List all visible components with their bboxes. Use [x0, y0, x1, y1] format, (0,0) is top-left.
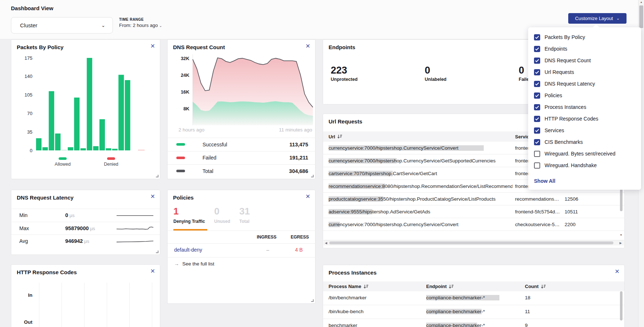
scroll-down-arrow-icon[interactable]: ▼: [620, 233, 623, 237]
menu-item-dns-request-count[interactable]: DNS Request Count: [534, 56, 641, 64]
card-process-instances: Process Instances ✕ Process Name Endpoin…: [323, 265, 625, 327]
highlighted-text: compliance-benchmarker: [426, 309, 482, 314]
process-table-row[interactable]: /bin/benchmarkercompliance-benchmarker-*…: [323, 291, 624, 305]
scroll-up-arrow-icon[interactable]: ▲: [639, 1, 644, 3]
column-header-process-name[interactable]: Process Name: [329, 284, 368, 289]
policy-name-link[interactable]: default-deny: [174, 247, 202, 253]
sort-icon[interactable]: [449, 284, 453, 289]
packets-bar-chart: 03570105140175AllowedDenied: [11, 54, 161, 177]
resize-handle-icon[interactable]: [311, 175, 314, 177]
menu-item-policies[interactable]: Policies: [534, 91, 641, 99]
card-title: Endpoints: [329, 44, 355, 50]
latency-unit: µs: [89, 226, 95, 231]
column-header-ingress: INGRESS: [257, 235, 276, 240]
show-all-link[interactable]: Show All: [534, 178, 555, 184]
divider: [168, 257, 316, 257]
checkbox-unchecked-icon[interactable]: [534, 162, 540, 169]
customize-layout-button[interactable]: Customize Layout ⌄: [568, 13, 627, 24]
column-header-url[interactable]: Url: [329, 134, 342, 139]
resize-handle-icon[interactable]: [156, 251, 158, 253]
menu-item-services[interactable]: Services: [534, 126, 641, 134]
checkbox-checked-icon[interactable]: [534, 104, 540, 110]
checkbox-checked-icon[interactable]: [534, 139, 540, 145]
grid-line: [152, 283, 152, 327]
close-icon[interactable]: ✕: [615, 268, 620, 275]
cluster-selector[interactable]: Cluster ⌄: [11, 17, 113, 34]
legend-value: 113,475: [289, 142, 308, 147]
legend-row: Successful113,475: [168, 138, 316, 151]
process-table-body: /bin/benchmarkercompliance-benchmarker-*…: [323, 291, 624, 327]
menu-item-url-requests[interactable]: Url Requests: [534, 68, 641, 76]
scroll-left-arrow-icon[interactable]: ◀: [325, 241, 327, 245]
checkbox-unchecked-icon[interactable]: [534, 151, 540, 157]
see-full-list-link[interactable]: → See the full list: [174, 261, 214, 267]
checkbox-checked-icon[interactable]: [534, 46, 540, 52]
menu-item-http-response-codes[interactable]: HTTP Response Codes: [534, 115, 641, 123]
grid-line: [129, 283, 130, 327]
process-table-row[interactable]: benchmarkercompliance-benchmarker-*9: [323, 319, 624, 327]
menu-item-wireguard-handshake[interactable]: Wireguard. Handshake: [534, 161, 641, 169]
svg-text:24K: 24K: [181, 72, 189, 78]
sort-icon[interactable]: [337, 134, 342, 139]
menu-item-packets-by-policy[interactable]: Packets By Policy: [534, 33, 641, 41]
checkbox-checked-icon[interactable]: [534, 58, 540, 64]
checkbox-checked-icon[interactable]: [534, 69, 540, 75]
menu-item-dns-request-latency[interactable]: DNS Request Latency: [534, 80, 641, 88]
checkbox-checked-icon[interactable]: [534, 81, 540, 87]
resize-handle-icon[interactable]: [156, 175, 158, 177]
close-icon[interactable]: ✕: [306, 43, 310, 50]
policy-egress-value: 4 B: [295, 247, 303, 253]
menu-item-label: CIS Benchmarks: [545, 139, 583, 145]
svg-text:175: 175: [24, 55, 32, 61]
count-cell: 11: [525, 309, 530, 314]
menu-item-wireguard-bytes-sent-received[interactable]: Wireguard. Bytes sent/received: [534, 150, 641, 158]
legend-name: Successful: [203, 142, 227, 147]
page-scrollbar-thumb[interactable]: [639, 5, 643, 28]
table-horizontal-scrollbar[interactable]: ◀ ▶: [323, 240, 624, 245]
table-vertical-scrollbar[interactable]: [620, 291, 623, 320]
close-icon[interactable]: ✕: [150, 43, 155, 50]
sort-icon[interactable]: [541, 284, 546, 289]
sort-icon[interactable]: [364, 284, 368, 289]
stat-value: 223: [331, 65, 358, 75]
column-header-endpoint[interactable]: Endpoint: [426, 284, 453, 289]
policies-tab-denying-traffic[interactable]: 1Denying Traffic: [173, 206, 205, 224]
url-table-row[interactable]: productcatalogservice:3550/hipstershop.P…: [323, 193, 624, 205]
time-range-value[interactable]: From: 2 hours ago ⌄: [119, 23, 162, 28]
count-cell: 12506: [565, 196, 594, 202]
policies-tab-unused[interactable]: 0Unused: [214, 206, 230, 224]
process-table-row[interactable]: /bin/kube-benchcompliance-benchmarker-*1…: [323, 305, 624, 319]
legend-value: 191,211: [289, 155, 308, 161]
legend-swatch: [176, 143, 185, 146]
url-cell: adservice:9555/hipstershop.AdService/Get…: [329, 209, 513, 214]
checkbox-checked-icon[interactable]: [534, 92, 540, 99]
page-title: Dashboard View: [11, 5, 53, 11]
menu-item-cis-benchmarks[interactable]: CIS Benchmarks: [534, 138, 641, 146]
latency-unit: µs: [68, 213, 75, 218]
latency-row: Min0 µs: [11, 209, 160, 222]
count-cell: 2200: [565, 222, 594, 227]
checkbox-checked-icon[interactable]: [534, 34, 540, 40]
column-header-count[interactable]: Count: [525, 284, 546, 289]
horizontal-scrollbar-thumb[interactable]: [329, 241, 613, 244]
service-cell: frontend-5fc5754db…: [515, 209, 562, 214]
close-icon[interactable]: ✕: [306, 193, 310, 200]
chevron-down-icon: ⌄: [616, 16, 620, 21]
menu-item-process-instances[interactable]: Process Instances: [534, 103, 641, 111]
url-table-row[interactable]: adservice:9555/hipstershop.AdService/Get…: [323, 205, 624, 218]
latency-value: 95879000 µs: [65, 225, 95, 231]
checkbox-checked-icon[interactable]: [534, 127, 540, 134]
checkbox-checked-icon[interactable]: [534, 116, 540, 122]
url-table-row[interactable]: currencyservice:7000/hipstershop.Currenc…: [323, 218, 624, 231]
policy-row[interactable]: default-deny – 4 B: [168, 243, 316, 257]
grid-line: [39, 283, 39, 327]
close-icon[interactable]: ✕: [150, 193, 155, 200]
legend-row: Total304,686: [168, 164, 316, 178]
time-range[interactable]: TIME RANGE From: 2 hours ago ⌄: [119, 17, 162, 28]
policies-tab-total[interactable]: 31Total: [239, 206, 250, 224]
latency-row: Avg946942 µs: [11, 235, 160, 248]
scroll-right-arrow-icon[interactable]: ▶: [620, 241, 622, 245]
close-icon[interactable]: ✕: [150, 268, 155, 275]
menu-item-endpoints[interactable]: Endpoints: [534, 45, 641, 53]
resize-handle-icon[interactable]: [311, 299, 314, 302]
